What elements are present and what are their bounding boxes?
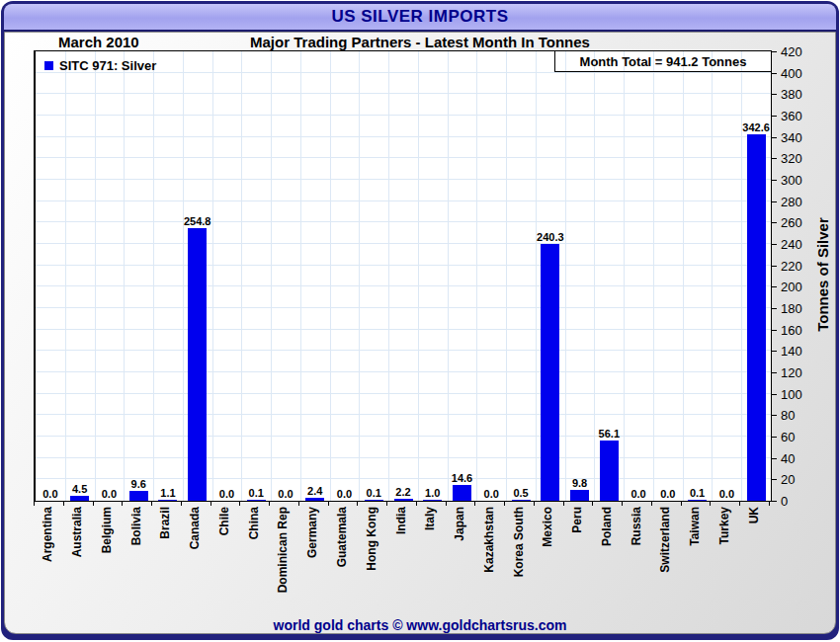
h-gridline <box>36 221 771 222</box>
x-tick-mark <box>416 501 417 506</box>
x-tick-label: Dominican Rep <box>277 507 290 593</box>
bar-value-label: 0.0 <box>42 488 57 500</box>
h-gridline <box>36 265 771 266</box>
y-tick-mark <box>771 308 777 309</box>
bar <box>541 244 559 501</box>
y-tick-label: 360 <box>781 109 802 123</box>
page-title: US SILVER IMPORTS <box>331 7 508 27</box>
month-total-annotation: Month Total = 941.2 Tonnes <box>554 51 771 72</box>
bar-value-label: 4.5 <box>72 483 87 495</box>
bar <box>600 441 619 501</box>
y-tick-label: 180 <box>781 301 802 316</box>
v-gridline <box>95 51 96 501</box>
bar-value-label: 342.6 <box>742 121 770 133</box>
x-tick-label: Japan <box>454 507 466 541</box>
h-gridline <box>36 285 771 286</box>
titlebar: US SILVER IMPORTS <box>4 4 836 32</box>
h-gridline <box>36 179 771 180</box>
y-tick-label: 60 <box>781 430 795 444</box>
x-tick-mark <box>534 501 535 506</box>
x-tick-mark <box>651 501 652 506</box>
h-gridline <box>36 457 771 458</box>
x-tick-label: Argentina <box>42 507 54 562</box>
y-tick-mark <box>771 437 777 438</box>
bar-value-label: 0.0 <box>484 488 499 500</box>
y-tick-label: 420 <box>781 44 802 59</box>
v-gridline <box>712 51 713 501</box>
x-tick-mark <box>298 501 299 506</box>
y-tick-mark <box>771 244 777 245</box>
x-tick-mark <box>151 501 152 506</box>
bar-value-label: 2.4 <box>307 485 322 497</box>
x-tick-label: Turkey <box>718 507 731 544</box>
x-tick-label: Taiwan <box>689 507 702 546</box>
x-tick-label: Chile <box>218 507 231 535</box>
bar-value-label: 0.0 <box>719 488 734 500</box>
bar-value-label: 0.1 <box>249 487 264 499</box>
plot-area: 0.04.50.09.61.1254.80.00.10.02.40.00.12.… <box>34 50 772 502</box>
y-tick-mark <box>771 222 777 223</box>
y-tick-label: 40 <box>781 450 795 465</box>
v-gridline <box>65 51 66 501</box>
bar-value-label: 254.8 <box>184 215 211 227</box>
y-tick-mark <box>771 158 777 159</box>
x-tick-label: Italy <box>424 507 437 530</box>
v-gridline <box>653 51 654 501</box>
h-gridline <box>36 157 771 158</box>
v-gridline <box>124 51 125 501</box>
y-tick-label: 20 <box>781 472 795 487</box>
legend-label: SITC 971: Silver <box>59 58 156 73</box>
y-tick-mark <box>771 458 777 459</box>
y-tick-label: 400 <box>781 65 802 80</box>
bar-value-label: 0.0 <box>630 488 645 500</box>
v-gridline <box>212 51 213 501</box>
bar <box>747 134 766 501</box>
y-tick-mark <box>771 479 777 480</box>
v-gridline <box>418 51 419 501</box>
bar <box>423 500 442 501</box>
x-tick-mark <box>446 501 447 506</box>
v-gridline <box>476 51 477 501</box>
x-tick-mark <box>63 501 64 506</box>
x-tick-label: Hong Kong <box>366 507 378 571</box>
v-gridline <box>683 51 684 501</box>
x-tick-mark <box>622 501 623 506</box>
bar-value-label: 0.0 <box>660 488 675 500</box>
y-tick-mark <box>771 330 777 331</box>
bar-value-label: 1.1 <box>160 487 175 499</box>
v-gridline <box>153 51 154 501</box>
y-tick-label: 120 <box>781 365 802 380</box>
y-tick-label: 0 <box>781 494 788 509</box>
bar-value-label: 0.1 <box>690 487 705 499</box>
y-tick-label: 100 <box>781 386 802 401</box>
v-gridline <box>448 51 449 501</box>
x-tick-label: China <box>248 507 261 539</box>
bar-value-label: 0.5 <box>513 487 528 499</box>
y-tick-mark <box>771 94 777 95</box>
x-tick-mark <box>474 501 475 506</box>
bar-value-label: 1.0 <box>425 487 440 499</box>
x-tick-label: UK <box>748 507 761 523</box>
y-tick-mark <box>771 116 777 117</box>
x-tick-mark <box>34 501 35 506</box>
x-tick-label: Guatemala <box>336 507 349 567</box>
bar <box>305 498 324 501</box>
v-gridline <box>359 51 360 501</box>
bar-value-label: 2.2 <box>395 486 410 498</box>
x-tick-label: Poland <box>601 507 614 546</box>
y-tick-label: 260 <box>781 215 802 230</box>
v-gridline <box>183 51 184 501</box>
v-gridline <box>241 51 242 501</box>
y-tick-label: 200 <box>781 280 802 294</box>
v-gridline <box>565 51 566 501</box>
chart-card: March 2010 Major Trading Partners - Late… <box>4 32 836 634</box>
h-gridline <box>36 201 771 201</box>
bar <box>570 490 589 501</box>
bar <box>70 496 89 501</box>
bar <box>453 485 471 501</box>
legend-swatch-icon <box>44 61 53 70</box>
v-gridline <box>330 51 331 501</box>
y-tick-label: 240 <box>781 237 802 252</box>
x-tick-mark <box>386 501 387 506</box>
v-gridline <box>506 51 507 501</box>
